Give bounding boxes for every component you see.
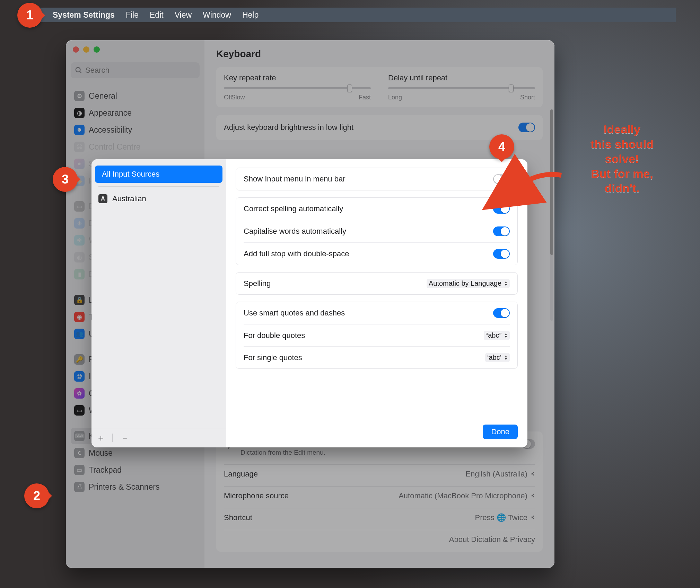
- key-icon: 🔑: [74, 354, 85, 365]
- full-stop-label: Add full stop with double-space: [244, 249, 349, 258]
- screensaver-icon: ◐: [74, 252, 85, 262]
- double-quotes-select[interactable]: “abc”▲▼: [484, 331, 510, 340]
- sidebar-item-printers[interactable]: 🖨Printers & Scanners: [71, 479, 200, 495]
- add-input-source-button[interactable]: ＋: [96, 432, 105, 444]
- macos-menubar: System Settings File Edit View Window He…: [35, 8, 676, 22]
- keyboard-layout-icon: A: [98, 194, 107, 203]
- shortcut-value[interactable]: Press 🌐 Twice: [475, 513, 535, 522]
- printer-icon: 🖨: [74, 482, 85, 492]
- keyboard-icon: ⌨: [74, 431, 85, 441]
- app-menu[interactable]: System Settings: [53, 10, 115, 20]
- smart-quotes-label: Use smart quotes and dashes: [244, 309, 345, 318]
- smart-quotes-toggle[interactable]: [493, 308, 510, 318]
- svg-point-0: [76, 68, 80, 72]
- capitalise-words-label: Capitalise words automatically: [244, 227, 346, 236]
- sheet-item-australian[interactable]: A Australian: [91, 190, 226, 207]
- show-input-menu-label: Show Input menu in menu bar: [244, 175, 345, 184]
- single-quotes-select[interactable]: ‘abc’▲▼: [485, 353, 510, 362]
- delay-repeat-label: Delay until repeat: [388, 73, 535, 82]
- sidebar-item-label: Printers & Scanners: [89, 482, 160, 492]
- delay-repeat-slider[interactable]: [388, 87, 535, 89]
- annotation-callout-4: 4: [489, 134, 514, 159]
- spelling-select[interactable]: Automatic by Language▲▼: [427, 279, 510, 288]
- full-stop-toggle[interactable]: [493, 249, 510, 259]
- sheet-main: Show Input menu in menu bar Correct spel…: [226, 159, 527, 447]
- search-icon: [75, 66, 82, 74]
- fingerprint-icon: ◉: [74, 312, 85, 322]
- language-value[interactable]: English (Australia): [465, 470, 535, 479]
- input-sources-sheet: All Input Sources A Australian ＋ | － Sho…: [91, 159, 527, 447]
- show-input-menu-toggle[interactable]: [493, 174, 510, 184]
- sidebar-item-label: General: [89, 91, 117, 101]
- sidebar-item-label: Accessibility: [89, 125, 132, 135]
- sidebar-item-label: Control Centre: [89, 142, 141, 152]
- dock-icon: ▭: [74, 201, 85, 212]
- accessibility-icon: ☻: [74, 125, 85, 135]
- spelling-label: Spelling: [244, 279, 271, 288]
- sheet-item-label: All Input Sources: [102, 170, 159, 179]
- tick-fast: Fast: [359, 94, 371, 101]
- annotation-callout-3: 3: [53, 167, 78, 192]
- content-scrollbar[interactable]: [550, 109, 553, 321]
- control-centre-icon: ⌘: [74, 142, 85, 152]
- double-quotes-label: For double quotes: [244, 331, 305, 340]
- minimize-window-button[interactable]: [83, 46, 89, 53]
- sidebar-item-label: Trackpad: [89, 465, 122, 475]
- about-dictation-link[interactable]: About Dictation & Privacy: [449, 535, 535, 544]
- users-icon: 👥: [74, 329, 85, 339]
- done-button[interactable]: Done: [483, 425, 518, 439]
- menu-window[interactable]: Window: [203, 10, 231, 20]
- tick-long: Long: [388, 94, 402, 101]
- annotation-callout-2: 2: [24, 483, 49, 508]
- search-input[interactable]: [85, 66, 195, 75]
- brightness-label: Adjust keyboard brightness in low light: [224, 123, 353, 132]
- wallpaper-icon: ❀: [74, 235, 85, 246]
- language-label: Language: [224, 470, 258, 479]
- capitalise-words-toggle[interactable]: [493, 226, 510, 236]
- key-repeat-card: Key repeat rate OffSlowFast Delay until …: [216, 67, 543, 107]
- sheet-item-all-input-sources[interactable]: All Input Sources: [95, 166, 222, 183]
- sidebar-item-label: Appearance: [89, 108, 132, 118]
- annotation-callout-1: 1: [17, 3, 42, 28]
- sheet-footer: ＋ | －: [91, 428, 226, 447]
- siri-icon: ●: [74, 159, 85, 169]
- sidebar-item-accessibility[interactable]: ☻Accessibility: [71, 122, 200, 138]
- sidebar-item-label: Mouse: [89, 448, 113, 458]
- annotation-arrow: [520, 168, 568, 197]
- mic-source-label: Microphone source: [224, 491, 289, 500]
- close-window-button[interactable]: [73, 46, 79, 53]
- trackpad-icon: ▭: [74, 465, 85, 475]
- dictation-card: 🎙 Use Dictation wherever you can type te…: [216, 431, 543, 552]
- game-center-icon: ✿: [74, 388, 85, 399]
- page-title: Keyboard: [216, 48, 543, 60]
- sheet-item-label: Australian: [112, 194, 146, 203]
- svg-line-1: [80, 71, 81, 73]
- sidebar-item-trackpad[interactable]: ▭Trackpad: [71, 462, 200, 478]
- display-icon: ☀: [74, 218, 85, 229]
- sidebar-search[interactable]: [71, 62, 200, 78]
- shortcut-label: Shortcut: [224, 513, 252, 522]
- tick-short: Short: [520, 94, 535, 101]
- brightness-toggle[interactable]: [518, 123, 535, 132]
- key-repeat-slider[interactable]: [224, 87, 371, 89]
- sidebar-item-general[interactable]: ⚙︎General: [71, 88, 200, 104]
- sidebar-item-appearance[interactable]: ◑Appearance: [71, 105, 200, 121]
- zoom-window-button[interactable]: [94, 46, 100, 53]
- sidebar-item-control-centre[interactable]: ⌘Control Centre: [71, 139, 200, 155]
- menu-edit[interactable]: Edit: [150, 10, 164, 20]
- single-quotes-label: For single quotes: [244, 353, 302, 362]
- at-icon: @: [74, 371, 85, 382]
- sheet-sidebar: All Input Sources A Australian ＋ | －: [91, 159, 226, 447]
- appearance-icon: ◑: [74, 108, 85, 118]
- correct-spelling-label: Correct spelling automatically: [244, 204, 343, 213]
- menu-file[interactable]: File: [126, 10, 139, 20]
- lock-icon: 🔒: [74, 295, 85, 305]
- battery-icon: ▮: [74, 269, 85, 279]
- key-repeat-label: Key repeat rate: [224, 73, 371, 82]
- correct-spelling-toggle[interactable]: [493, 204, 510, 214]
- mic-source-value[interactable]: Automatic (MacBook Pro Microphone): [399, 491, 535, 500]
- menu-help[interactable]: Help: [242, 10, 259, 20]
- remove-input-source-button[interactable]: －: [120, 432, 129, 444]
- window-controls: [71, 46, 200, 53]
- menu-view[interactable]: View: [175, 10, 192, 20]
